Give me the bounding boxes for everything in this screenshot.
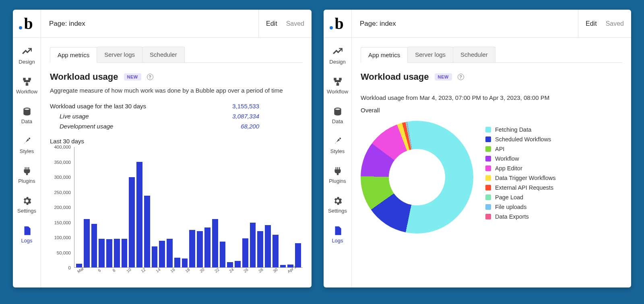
- sidebar-item-label: Design: [329, 59, 345, 65]
- help-icon[interactable]: ?: [458, 74, 464, 80]
- legend-label: Data Trigger Workflows: [495, 175, 555, 181]
- sidebar-item-label: Workflow: [327, 89, 348, 95]
- bar[interactable]: [220, 242, 226, 267]
- bar[interactable]: [204, 227, 211, 267]
- bar[interactable]: [84, 219, 90, 267]
- legend-item[interactable]: File uploads: [485, 202, 622, 212]
- legend-label: Workflow: [495, 155, 519, 162]
- tab-server-logs[interactable]: Server logs: [97, 47, 142, 62]
- legend-label: Fetching Data: [495, 126, 531, 133]
- workload-donut-chart[interactable]: [361, 121, 473, 234]
- page-selector[interactable]: Page: index: [41, 10, 258, 37]
- bar[interactable]: [197, 231, 203, 267]
- y-tick: 0: [68, 265, 71, 270]
- bar[interactable]: [129, 177, 135, 267]
- section-description: Aggregate measure of how much work was d…: [50, 87, 303, 94]
- bar[interactable]: [182, 259, 188, 267]
- sidebar-item-data[interactable]: Data: [13, 101, 41, 130]
- legend-item[interactable]: API: [485, 144, 622, 154]
- sidebar-item-label: Logs: [21, 238, 32, 244]
- sidebar-item-data[interactable]: Data: [324, 101, 351, 130]
- bar[interactable]: [295, 243, 301, 267]
- bar[interactable]: [99, 239, 105, 267]
- legend-item[interactable]: App Editor: [485, 163, 622, 173]
- bar[interactable]: [257, 231, 263, 267]
- x-tick: [89, 267, 96, 274]
- page-selector[interactable]: Page: index: [352, 10, 578, 37]
- stat-label: Workload usage for the last 30 days: [50, 103, 146, 110]
- bar[interactable]: [91, 224, 97, 267]
- tab-app-metrics[interactable]: App metrics: [361, 47, 408, 63]
- legend-label: Scheduled Workflows: [495, 136, 551, 143]
- sidebar-item-settings[interactable]: Settings: [324, 190, 351, 220]
- sidebar-item-design[interactable]: Design: [13, 41, 41, 71]
- sidebar-item-workflow[interactable]: Workflow: [13, 71, 41, 101]
- tab-app-metrics[interactable]: App metrics: [50, 47, 97, 63]
- x-tick: 26: [242, 267, 250, 274]
- sidebar-item-styles[interactable]: Styles: [13, 130, 41, 160]
- legend-item[interactable]: Scheduled Workflows: [485, 134, 622, 144]
- bar[interactable]: [265, 225, 271, 267]
- bar[interactable]: [114, 239, 120, 267]
- legend-item[interactable]: Workflow: [485, 154, 622, 163]
- help-icon[interactable]: ?: [147, 74, 153, 80]
- legend-swatch: [485, 214, 491, 219]
- y-tick: 100,000: [54, 235, 71, 240]
- tabs: App metricsServer logsScheduler: [361, 47, 622, 63]
- x-tick: [103, 267, 110, 274]
- legend-item[interactable]: Data Exports: [485, 212, 622, 221]
- legend-label: App Editor: [495, 165, 522, 172]
- tab-scheduler[interactable]: Scheduler: [142, 47, 185, 62]
- sidebar-item-styles[interactable]: Styles: [324, 130, 351, 160]
- stat-value[interactable]: 3,087,334: [232, 113, 259, 120]
- chart-legend: Fetching DataScheduled WorkflowsAPIWorkf…: [485, 121, 622, 221]
- tab-server-logs[interactable]: Server logs: [407, 47, 453, 62]
- x-tick: [221, 267, 228, 274]
- sidebar-item-logs[interactable]: Logs: [324, 220, 351, 250]
- brand-logo[interactable]: b: [13, 10, 41, 37]
- edit-button[interactable]: Edit: [586, 20, 597, 27]
- bar[interactable]: [167, 239, 173, 267]
- legend-swatch: [485, 127, 491, 132]
- x-tick: 12: [140, 267, 147, 274]
- sidebar-item-plugins[interactable]: Plugins: [324, 160, 351, 190]
- brand-logo[interactable]: b: [324, 10, 352, 37]
- bar[interactable]: [242, 238, 248, 267]
- sidebar-item-label: Logs: [332, 238, 343, 244]
- legend-item[interactable]: Fetching Data: [485, 125, 622, 134]
- bar[interactable]: [159, 241, 165, 267]
- bar[interactable]: [189, 230, 195, 267]
- bar[interactable]: [136, 162, 142, 267]
- sidebar-item-workflow[interactable]: Workflow: [324, 71, 351, 101]
- bar[interactable]: [235, 261, 241, 267]
- overall-label: Overall: [361, 107, 622, 114]
- bar[interactable]: [122, 239, 128, 267]
- workload-bar-chart[interactable]: 050,000100,000150,000200,000250,000300,0…: [50, 147, 303, 268]
- x-tick: 20: [198, 267, 206, 274]
- legend-item[interactable]: Page Load: [485, 192, 622, 202]
- bar[interactable]: [174, 258, 180, 267]
- bar[interactable]: [250, 223, 256, 267]
- x-tick: 24: [228, 267, 235, 274]
- y-tick: 50,000: [57, 250, 71, 255]
- sidebar-item-plugins[interactable]: Plugins: [13, 160, 41, 190]
- legend-item[interactable]: Data Trigger Workflows: [485, 173, 622, 183]
- bar[interactable]: [106, 239, 112, 267]
- legend-item[interactable]: External API Requests: [485, 183, 622, 192]
- stat-value[interactable]: 68,200: [241, 123, 259, 130]
- bar[interactable]: [144, 196, 150, 267]
- topbar: b Page: index Edit Saved: [13, 10, 312, 38]
- bar[interactable]: [212, 219, 218, 267]
- legend-label: External API Requests: [495, 184, 553, 191]
- tab-scheduler[interactable]: Scheduler: [453, 47, 495, 62]
- stat-value[interactable]: 3,155,533: [232, 103, 259, 110]
- bar[interactable]: [272, 235, 279, 267]
- sidebar-item-logs[interactable]: Logs: [13, 220, 41, 250]
- edit-button[interactable]: Edit: [266, 20, 277, 27]
- sidebar-item-settings[interactable]: Settings: [13, 190, 41, 220]
- sidebar-item-design[interactable]: Design: [324, 41, 351, 71]
- legend-swatch: [485, 136, 491, 142]
- x-tick: [264, 267, 272, 274]
- save-status: Saved: [606, 20, 624, 27]
- bar[interactable]: [152, 246, 158, 267]
